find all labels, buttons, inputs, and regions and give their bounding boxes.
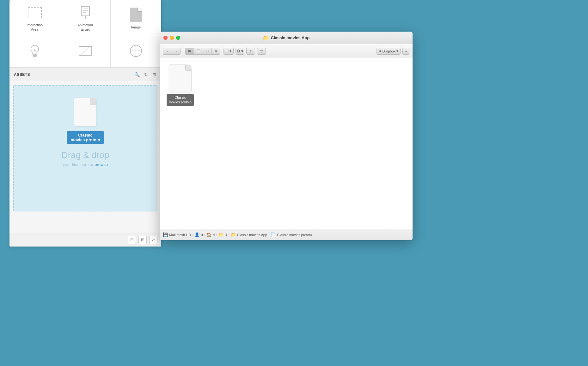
left-panel: InteractionArea Animationtarget Image <box>9 0 161 247</box>
dropbox-icon: ◈ <box>379 49 381 53</box>
finder-file-label: Classicmovies.protoio <box>167 94 194 106</box>
maximize-button[interactable] <box>176 36 180 40</box>
dropbox-label: Dropbox <box>382 49 395 53</box>
toolbar-expand-btn[interactable]: ⤢ <box>149 236 157 244</box>
image-icon <box>128 7 144 22</box>
assets-copy-button[interactable]: ⊞ <box>152 71 157 78</box>
share-icon: ↑ <box>250 49 252 53</box>
finder-view-list-btn[interactable]: ☰ <box>194 48 203 55</box>
svg-rect-6 <box>33 54 37 55</box>
tag-icon: ⬭ <box>260 49 263 54</box>
finder-toolbar: ‹ › ⊞ ☰ ⊟ ⊠ ⊞ ▾ ⚙ ▾ ↑ ⬭ ◈ Dropbox ▾ <box>160 44 413 58</box>
finder-view-group: ⊞ ☰ ⊟ ⊠ <box>185 48 220 55</box>
breadcrumb-app: Classic movies App <box>237 233 267 237</box>
toolbar-split-btn[interactable]: ⊟ <box>128 236 136 244</box>
breadcrumb-file: Classic movies.protoio <box>277 233 312 237</box>
finder-statusbar: 💾 Macintosh HD › 👤 u › 🏠 d › 📁 D › 📁 Cla… <box>160 229 413 240</box>
finder-arrange-btn[interactable]: ⊞ ▾ <box>224 48 234 55</box>
finder-title-text: Classic movies App <box>271 35 309 40</box>
breadcrumb-sep-2: › <box>204 233 205 236</box>
close-button[interactable] <box>163 36 168 40</box>
envelope-icon <box>78 43 93 58</box>
minimize-button[interactable] <box>170 36 174 40</box>
widget-grid: InteractionArea Animationtarget Image <box>9 0 161 68</box>
finder-action-btn[interactable]: ⚙ ▾ <box>236 48 244 55</box>
finder-view-icon-btn[interactable]: ⊞ <box>185 48 194 55</box>
interaction-area-icon <box>27 5 42 20</box>
breadcrumb-hd-icon: 💾 <box>163 232 168 237</box>
widget-interaction-area-label: InteractionArea <box>27 23 43 32</box>
breadcrumb-folder-d: D <box>224 233 227 237</box>
widget-animation-target-label: Animationtarget <box>77 23 93 32</box>
finder-tag-btn[interactable]: ⬭ <box>257 48 266 55</box>
breadcrumb-hd: Macintosh HD <box>169 233 191 237</box>
finder-title: 📁 Classic movies App <box>263 35 309 41</box>
svg-rect-0 <box>81 6 89 16</box>
finder-forward-btn[interactable]: › <box>172 48 181 55</box>
finder-view-column-btn[interactable]: ⊟ <box>203 48 211 55</box>
finder-titlebar: 📁 Classic movies App <box>160 32 413 44</box>
assets-title: ASSETS <box>14 72 30 77</box>
dropbox-chevron: ▾ <box>396 49 398 53</box>
widget-interaction-area[interactable]: InteractionArea <box>9 0 60 36</box>
finder-more-btn[interactable]: » <box>402 48 409 55</box>
svg-rect-7 <box>33 56 36 57</box>
drop-sub-text: your files here or browse <box>63 162 108 167</box>
breadcrumb-app-icon: 📁 <box>231 232 236 237</box>
finder-dropbox-btn[interactable]: ◈ Dropbox ▾ <box>377 48 401 55</box>
breadcrumb-sep-1: › <box>192 233 193 236</box>
drop-drag-text: Drag & drop <box>62 150 109 160</box>
finder-back-btn[interactable]: ‹ <box>163 48 172 55</box>
traffic-lights <box>163 36 180 40</box>
left-panel-toolbar: ⊟ ⊞ ⤢ <box>9 233 161 247</box>
finder-content: Classicmovies.protoio <box>160 58 413 229</box>
animation-target-icon <box>78 5 93 20</box>
finder-share-btn[interactable]: ↑ <box>246 48 255 55</box>
widget-image-label: Image <box>131 25 141 29</box>
finder-title-folder-icon: 📁 <box>263 35 269 41</box>
breadcrumb-sep-3: › <box>216 233 217 236</box>
finder-file-doc-icon <box>169 64 192 92</box>
lightbulb-icon <box>27 43 42 58</box>
assets-drop-zone[interactable]: Classicmovies.protoio Drag & drop your f… <box>13 85 157 211</box>
breadcrumb-home-icon: 🏠 <box>206 232 211 237</box>
widget-animation-target[interactable]: Animationtarget <box>60 0 111 36</box>
drop-file-label: Classicmovies.protoio <box>67 131 104 144</box>
assets-search-button[interactable]: 🔍 <box>134 71 140 78</box>
assets-actions: 🔍 ↻ ⊞ <box>134 71 157 78</box>
widget-envelope[interactable] <box>60 36 111 68</box>
breadcrumb-user-icon: 👤 <box>194 232 199 237</box>
breadcrumb-home: d <box>213 233 215 237</box>
arrange-icon: ⊞ <box>226 49 229 53</box>
widget-globe[interactable] <box>111 36 161 68</box>
finder-nav-group: ‹ › <box>163 48 181 55</box>
breadcrumb-sep-5: › <box>268 233 269 236</box>
breadcrumb-file-icon: 📄 <box>271 232 276 237</box>
finder-window: 📁 Classic movies App ‹ › ⊞ ☰ ⊟ ⊠ ⊞ ▾ ⚙ ▾… <box>160 32 413 240</box>
toolbar-layout-btn[interactable]: ⊞ <box>138 236 147 244</box>
action-chevron: ▾ <box>241 49 243 53</box>
breadcrumb-folder-d-icon: 📁 <box>218 232 223 237</box>
widget-lightbulb[interactable] <box>9 36 60 68</box>
globe-icon <box>128 43 144 58</box>
finder-view-coverflow-btn[interactable]: ⊠ <box>211 48 220 55</box>
assets-section-header: ASSETS 🔍 ↻ ⊞ <box>9 68 161 81</box>
finder-file-item[interactable]: Classicmovies.protoio <box>166 64 194 106</box>
breadcrumb-user: u <box>201 233 203 237</box>
widget-image[interactable]: Image <box>111 0 161 36</box>
gear-icon: ⚙ <box>237 49 241 53</box>
breadcrumb-sep-4: › <box>228 233 229 236</box>
drop-browse-link[interactable]: browse <box>95 162 108 167</box>
arrange-chevron: ▾ <box>230 49 231 53</box>
drop-file-icon <box>74 98 96 126</box>
assets-refresh-button[interactable]: ↻ <box>144 71 149 78</box>
